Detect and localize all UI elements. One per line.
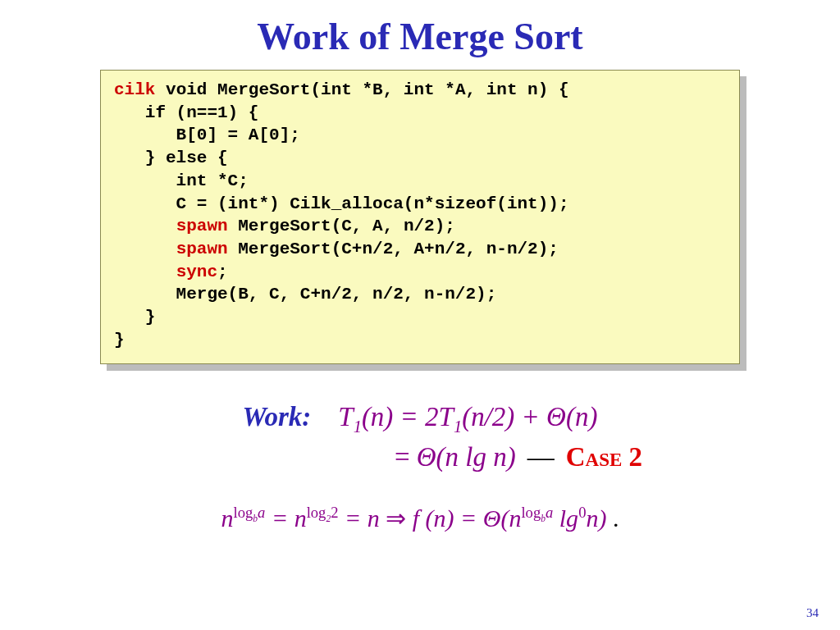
code-l5: int *C;: [114, 171, 249, 190]
code-l10: Merge(B, C, C+n/2, n/2, n-n/2);: [114, 285, 496, 304]
f-t3: = n: [338, 504, 386, 532]
f-e3c: a: [546, 504, 553, 521]
eq2-body: Θ(n lg n): [410, 442, 516, 472]
work-eq1: T1(n) = 2T1(n/2) + Θ(n): [338, 402, 597, 431]
code-l12: }: [114, 331, 125, 349]
f-t5: lg: [553, 504, 578, 532]
f-arrow: ⇒: [386, 504, 406, 532]
code-box: cilk void MergeSort(int *B, int *A, int …: [100, 70, 740, 364]
work-eq2: = Θ(n lg n): [198, 442, 516, 472]
work-dash: —: [527, 442, 555, 472]
code-l8b: MergeSort(C+n/2, A+n/2, n-n/2);: [228, 240, 559, 258]
f-t2: = n: [265, 504, 306, 532]
code-l4: } else {: [114, 148, 238, 167]
code-l6: C = (int*) Cilk_alloca(n*sizeof(int));: [114, 194, 569, 213]
code-l2: if (n==1) {: [114, 103, 258, 122]
eq1-rest: (n) = 2T: [362, 402, 454, 431]
code-l3: B[0] = A[0];: [114, 126, 300, 144]
kw-spawn-1: spawn: [176, 217, 228, 235]
code-l9b: ;: [217, 262, 228, 281]
f-n1: n: [221, 504, 234, 532]
code-l8a: [114, 240, 176, 258]
master-formula: nlogba = nlog22 = n ⇒ f (n) = Θ(nlogba l…: [0, 504, 840, 532]
code-l1b: void MergeSort(int *B, int *A, int n) {: [155, 80, 568, 99]
f-e1a: log: [234, 504, 253, 521]
f-t4: f (n) = Θ(n: [406, 504, 521, 532]
eq1-tail: (n/2) + Θ(n): [462, 402, 597, 431]
f-t6: n): [586, 504, 606, 532]
kw-cilk: cilk: [114, 80, 155, 99]
work-line-1: Work: T1(n) = 2T1(n/2) + Θ(n): [0, 402, 840, 436]
slide-title: Work of Merge Sort: [0, 15, 840, 58]
code-l7b: MergeSort(C, A, n/2);: [228, 217, 455, 235]
work-label: Work:: [243, 402, 312, 431]
eq1-T1: T: [338, 402, 353, 431]
code-l7a: [114, 217, 176, 235]
code-l11: }: [114, 308, 155, 326]
f-e1c: a: [258, 504, 265, 521]
f-dot: .: [606, 504, 619, 532]
code-l9a: [114, 262, 176, 281]
work-equations: Work: T1(n) = 2T1(n/2) + Θ(n) = Θ(n lg n…: [0, 402, 840, 473]
work-line-2: = Θ(n lg n) — Case 2: [0, 442, 840, 472]
f-e2a: log: [307, 504, 326, 521]
kw-sync: sync: [176, 262, 217, 281]
eq2-eq: =: [395, 442, 410, 472]
kw-spawn-2: spawn: [176, 240, 228, 258]
code-block: cilk void MergeSort(int *B, int *A, int …: [100, 70, 740, 364]
case-label: Case 2: [566, 442, 642, 472]
page-number: 34: [806, 606, 819, 620]
f-e3a: log: [521, 504, 541, 521]
